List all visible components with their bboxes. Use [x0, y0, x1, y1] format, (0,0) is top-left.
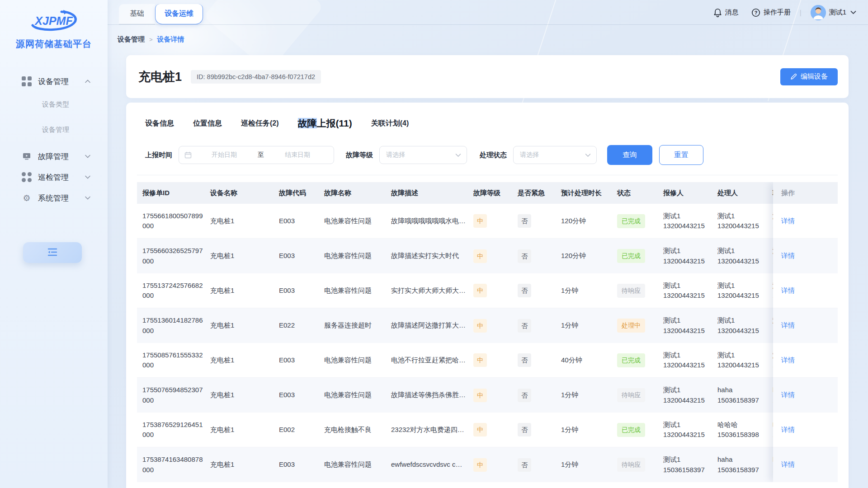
detail-link[interactable]: 详情 [781, 426, 795, 434]
table-row: 1753874163480878000 充电桩1 E003 电池兼容性问题 ew… [137, 447, 838, 482]
module-tabs: 基础 设备运维 [119, 4, 203, 24]
reset-button[interactable]: 重置 [659, 145, 703, 165]
table-row: 1755661800507899000 充电桩1 E003 电池兼容性问题 故障… [137, 204, 838, 239]
level-badge: 中 [473, 423, 487, 436]
tab-fault-reports[interactable]: 故障上报(11) [298, 117, 352, 130]
level-badge: 中 [473, 353, 487, 367]
sidebar-subitem-device-type[interactable]: 设备类型 [0, 92, 108, 117]
table-action-cell: 详情 [773, 273, 838, 308]
process-status-select[interactable]: 请选择 [513, 146, 597, 164]
sidebar-item-fault-management[interactable]: 故障管理 [0, 146, 108, 167]
tab-inspection-tasks[interactable]: 巡检任务(2) [241, 119, 279, 128]
user-name: 测试1 [829, 8, 846, 17]
detail-link[interactable]: 详情 [781, 252, 795, 260]
level-badge: 中 [473, 319, 487, 333]
calendar-icon [184, 151, 192, 159]
level-badge: 中 [473, 458, 487, 472]
breadcrumb: 设备管理 > 设备详情 [118, 35, 184, 44]
range-to-label: 至 [255, 151, 267, 159]
tab-device-info[interactable]: 设备信息 [145, 119, 174, 128]
filter-bar: 上报时间 开始日期 至 结束日期 故障等级 请选择 处理状态 [137, 145, 838, 165]
fault-level-select[interactable]: 请选择 [379, 146, 467, 164]
table-action-cell: 详情 [773, 308, 838, 343]
report-time-label: 上报时间 [145, 151, 172, 160]
chevron-down-icon [455, 153, 461, 157]
manual-button[interactable]: ? 操作手册 [751, 8, 791, 17]
breadcrumb-device-detail[interactable]: 设备详情 [157, 35, 184, 44]
table-row: 1755085761555332000 充电桩1 E003 电池兼容性问题 电池… [137, 343, 838, 378]
device-header-card: 充电桩1 ID: 89b992bc-c2d8-4ba7-8946-f07217d… [126, 55, 849, 98]
sidebar-subitem-device-management[interactable]: 设备管理 [0, 117, 108, 142]
level-badge: 中 [473, 389, 487, 402]
table-action-cell: 详情 [773, 239, 838, 273]
end-date-input[interactable]: 结束日期 [267, 151, 328, 159]
page-title: 充电桩1 [138, 69, 182, 85]
tab-basic[interactable]: 基础 [119, 4, 155, 24]
avatar [811, 5, 826, 20]
table-action-cell: 详情 [773, 204, 838, 239]
edit-device-button[interactable]: 编辑设备 [780, 68, 838, 85]
urgent-badge: 否 [518, 214, 531, 228]
tab-location-info[interactable]: 位置信息 [193, 119, 222, 128]
detail-link[interactable]: 详情 [781, 356, 795, 365]
table-row: 1753876529126451000 充电桩1 E002 充电枪接触不良 23… [137, 413, 838, 447]
sidebar-item-system-management[interactable]: ⚙ 系统管理 [0, 188, 108, 208]
grid-icon [22, 76, 32, 86]
urgent-badge: 否 [518, 423, 531, 436]
messages-button[interactable]: 消息 [713, 8, 739, 17]
start-date-input[interactable]: 开始日期 [193, 151, 255, 159]
detail-link[interactable]: 详情 [781, 460, 795, 469]
tab-related-plans[interactable]: 关联计划(4) [371, 119, 409, 128]
gear-icon: ⚙ [22, 193, 32, 203]
detail-link[interactable]: 详情 [781, 391, 795, 399]
chevron-down-icon [585, 153, 591, 157]
device-detail-card: 设备信息 位置信息 巡检任务(2) 故障上报(11) 关联计划(4) 上报时间 … [126, 103, 849, 488]
sidebar-item-device-management[interactable]: 设备管理 [0, 71, 108, 92]
monitor-icon [22, 151, 32, 161]
level-badge: 中 [473, 249, 487, 263]
detail-tabs: 设备信息 位置信息 巡检任务(2) 故障上报(11) 关联计划(4) [137, 114, 838, 132]
chevron-down-icon [85, 196, 90, 200]
table-body: 1755661800507899000 充电桩1 E003 电池兼容性问题 故障… [137, 204, 838, 482]
detail-link[interactable]: 详情 [781, 217, 795, 225]
detail-link[interactable]: 详情 [781, 321, 795, 330]
urgent-badge: 否 [518, 284, 531, 297]
fault-report-table: 报修单ID 设备名称 故障代码 故障名称 故障描述 故障等级 是否紧急 预计处理… [137, 182, 838, 482]
table-row: 1755660326525797000 充电桩1 E003 电池兼容性问题 故障… [137, 239, 838, 273]
breadcrumb-device-management[interactable]: 设备管理 [118, 35, 145, 44]
sidebar: XJPMF 源网荷储基础平台 设备管理 设备类型 设备管理 故障管理 [0, 0, 108, 488]
level-badge: 中 [473, 284, 487, 297]
pencil-icon [790, 73, 797, 80]
search-button[interactable]: 查询 [607, 145, 652, 165]
tab-device-ops[interactable]: 设备运维 [155, 4, 203, 24]
top-right-actions: 消息 ? 操作手册 | [713, 0, 856, 25]
sidebar-menu: 设备管理 设备类型 设备管理 故障管理 巡检管理 [0, 71, 108, 208]
fault-level-label: 故障等级 [346, 151, 373, 160]
chevron-up-icon [85, 80, 90, 83]
table-header: 报修单ID 设备名称 故障代码 故障名称 故障描述 故障等级 是否紧急 预计处理… [137, 182, 838, 204]
status-badge: 已完成 [617, 249, 645, 263]
brand-title: 源网荷储基础平台 [0, 38, 108, 50]
logo-icon: XJPMF [20, 8, 88, 34]
table-row: 1755137242576682000 充电桩1 E003 电池兼容性问题 实打… [137, 273, 838, 308]
bell-icon [713, 8, 722, 17]
status-badge: 待响应 [617, 388, 645, 402]
action-column: 操作 详情详情详情详情详情详情详情详情 [773, 182, 838, 482]
main-area: 基础 设备运维 消息 ? 操作手册 | [108, 0, 868, 488]
collapse-menu-icon [46, 247, 59, 257]
chevron-down-icon [85, 155, 90, 158]
detail-link[interactable]: 详情 [781, 286, 795, 295]
urgent-badge: 否 [518, 389, 531, 402]
urgent-badge: 否 [518, 319, 531, 333]
sidebar-collapse-button[interactable] [23, 242, 82, 263]
urgent-badge: 否 [518, 458, 531, 472]
table-row: 1755076594852307000 充电桩1 E003 电池兼容性问题 故障… [137, 378, 838, 413]
device-id-badge: ID: 89b992bc-c2d8-4ba7-8946-f07217d2 [191, 70, 321, 84]
level-badge: 中 [473, 214, 487, 228]
user-menu[interactable]: 测试1 [811, 5, 856, 20]
table-row: 1755136014182786000 充电桩1 E022 服务器连接超时 故障… [137, 308, 838, 343]
date-range-input[interactable]: 开始日期 至 结束日期 [179, 146, 334, 164]
sidebar-item-inspection-management[interactable]: 巡检管理 [0, 167, 108, 188]
divider [137, 175, 838, 175]
grid-dots-icon [22, 172, 32, 182]
